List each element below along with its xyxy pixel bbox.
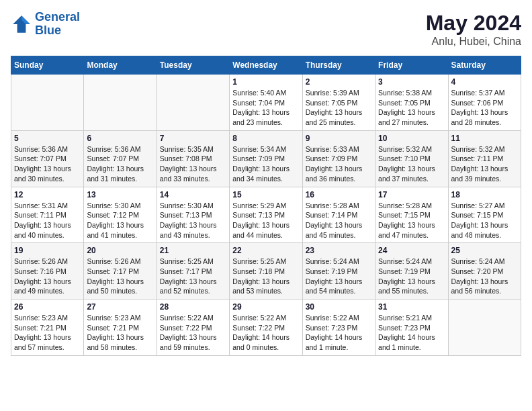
calendar-cell [448,300,521,356]
month-title: May 2024 [426,11,521,36]
calendar-cell: 29Sunrise: 5:22 AM Sunset: 7:22 PM Dayli… [230,300,302,356]
calendar-cell: 27Sunrise: 5:23 AM Sunset: 7:21 PM Dayli… [84,300,157,356]
calendar-cell: 16Sunrise: 5:28 AM Sunset: 7:14 PM Dayli… [302,187,375,243]
calendar-cell: 15Sunrise: 5:29 AM Sunset: 7:13 PM Dayli… [230,187,302,243]
day-info: Sunrise: 5:39 AM Sunset: 7:05 PM Dayligh… [306,88,372,128]
day-number: 18 [451,190,518,199]
day-number: 11 [451,134,518,143]
day-number: 15 [232,190,299,199]
day-info: Sunrise: 5:23 AM Sunset: 7:21 PM Dayligh… [87,313,153,353]
day-info: Sunrise: 5:23 AM Sunset: 7:21 PM Dayligh… [14,313,81,353]
calendar-cell: 23Sunrise: 5:24 AM Sunset: 7:19 PM Dayli… [302,243,375,300]
week-row-4: 19Sunrise: 5:26 AM Sunset: 7:16 PM Dayli… [11,243,521,300]
calendar-cell: 25Sunrise: 5:24 AM Sunset: 7:20 PM Dayli… [448,243,521,300]
calendar-cell: 17Sunrise: 5:28 AM Sunset: 7:15 PM Dayli… [375,187,448,243]
day-number: 5 [14,134,81,143]
day-info: Sunrise: 5:35 AM Sunset: 7:08 PM Dayligh… [160,144,226,184]
calendar-cell: 21Sunrise: 5:25 AM Sunset: 7:17 PM Dayli… [157,243,229,300]
day-info: Sunrise: 5:30 AM Sunset: 7:13 PM Dayligh… [160,201,226,240]
calendar-cell: 6Sunrise: 5:36 AM Sunset: 7:07 PM Daylig… [84,130,157,187]
weekday-header-row: SundayMondayTuesdayWednesdayThursdayFrid… [11,56,521,75]
calendar-cell: 18Sunrise: 5:27 AM Sunset: 7:15 PM Dayli… [448,187,521,243]
day-info: Sunrise: 5:38 AM Sunset: 7:05 PM Dayligh… [378,88,445,128]
calendar-cell: 10Sunrise: 5:32 AM Sunset: 7:10 PM Dayli… [375,130,448,187]
calendar-cell [84,75,157,131]
day-number: 29 [232,302,299,312]
logo: General Blue [11,11,80,38]
day-number: 10 [378,134,445,143]
page-header: General Blue May 2024 Anlu, Hubei, China [11,11,521,48]
calendar-cell: 30Sunrise: 5:22 AM Sunset: 7:23 PM Dayli… [302,300,375,356]
calendar-cell: 19Sunrise: 5:26 AM Sunset: 7:16 PM Dayli… [11,243,84,300]
day-number: 1 [232,77,299,87]
day-info: Sunrise: 5:22 AM Sunset: 7:23 PM Dayligh… [306,313,372,353]
day-info: Sunrise: 5:25 AM Sunset: 7:17 PM Dayligh… [160,257,226,296]
calendar: SundayMondayTuesdayWednesdayThursdayFrid… [11,56,521,356]
calendar-cell: 4Sunrise: 5:37 AM Sunset: 7:06 PM Daylig… [448,75,521,131]
day-info: Sunrise: 5:32 AM Sunset: 7:10 PM Dayligh… [378,144,445,184]
calendar-cell: 13Sunrise: 5:30 AM Sunset: 7:12 PM Dayli… [84,187,157,243]
weekday-header-saturday: Saturday [448,56,521,75]
calendar-cell: 2Sunrise: 5:39 AM Sunset: 7:05 PM Daylig… [302,75,375,131]
calendar-cell: 20Sunrise: 5:26 AM Sunset: 7:17 PM Dayli… [84,243,157,300]
day-info: Sunrise: 5:30 AM Sunset: 7:12 PM Dayligh… [87,201,153,240]
day-info: Sunrise: 5:40 AM Sunset: 7:04 PM Dayligh… [232,88,299,128]
calendar-cell: 31Sunrise: 5:21 AM Sunset: 7:23 PM Dayli… [375,300,448,356]
day-number: 26 [14,302,81,312]
weekday-header-monday: Monday [84,56,157,75]
day-number: 30 [306,302,372,312]
calendar-cell: 3Sunrise: 5:38 AM Sunset: 7:05 PM Daylig… [375,75,448,131]
week-row-3: 12Sunrise: 5:31 AM Sunset: 7:11 PM Dayli… [11,187,521,243]
calendar-cell: 7Sunrise: 5:35 AM Sunset: 7:08 PM Daylig… [157,130,229,187]
logo-blue: Blue [35,24,61,37]
day-number: 9 [306,134,372,143]
weekday-header-wednesday: Wednesday [230,56,302,75]
day-info: Sunrise: 5:36 AM Sunset: 7:07 PM Dayligh… [87,144,153,184]
day-info: Sunrise: 5:28 AM Sunset: 7:14 PM Dayligh… [306,201,372,240]
day-info: Sunrise: 5:25 AM Sunset: 7:18 PM Dayligh… [232,257,299,296]
weekday-header-friday: Friday [375,56,448,75]
day-number: 21 [160,246,226,255]
day-info: Sunrise: 5:22 AM Sunset: 7:22 PM Dayligh… [232,313,299,353]
day-number: 7 [160,134,226,143]
week-row-2: 5Sunrise: 5:36 AM Sunset: 7:07 PM Daylig… [11,130,521,187]
weekday-header-sunday: Sunday [11,56,84,75]
day-number: 28 [160,302,226,312]
calendar-cell: 28Sunrise: 5:22 AM Sunset: 7:22 PM Dayli… [157,300,229,356]
day-number: 24 [378,246,445,255]
day-number: 17 [378,190,445,199]
logo-icon [11,13,32,35]
calendar-cell: 11Sunrise: 5:32 AM Sunset: 7:11 PM Dayli… [448,130,521,187]
day-info: Sunrise: 5:21 AM Sunset: 7:23 PM Dayligh… [378,313,445,353]
day-number: 6 [87,134,153,143]
day-info: Sunrise: 5:28 AM Sunset: 7:15 PM Dayligh… [378,201,445,240]
day-info: Sunrise: 5:24 AM Sunset: 7:20 PM Dayligh… [451,257,518,296]
day-info: Sunrise: 5:33 AM Sunset: 7:09 PM Dayligh… [306,144,372,184]
day-info: Sunrise: 5:31 AM Sunset: 7:11 PM Dayligh… [14,201,81,240]
day-number: 16 [306,190,372,199]
week-row-1: 1Sunrise: 5:40 AM Sunset: 7:04 PM Daylig… [11,75,521,131]
day-info: Sunrise: 5:22 AM Sunset: 7:22 PM Dayligh… [160,313,226,353]
day-number: 3 [378,77,445,87]
calendar-cell: 8Sunrise: 5:34 AM Sunset: 7:09 PM Daylig… [230,130,302,187]
calendar-cell: 1Sunrise: 5:40 AM Sunset: 7:04 PM Daylig… [230,75,302,131]
day-number: 31 [378,302,445,312]
day-info: Sunrise: 5:36 AM Sunset: 7:07 PM Dayligh… [14,144,81,184]
day-info: Sunrise: 5:32 AM Sunset: 7:11 PM Dayligh… [451,144,518,184]
day-info: Sunrise: 5:26 AM Sunset: 7:17 PM Dayligh… [87,257,153,296]
day-number: 14 [160,190,226,199]
day-info: Sunrise: 5:24 AM Sunset: 7:19 PM Dayligh… [378,257,445,296]
logo-general: General [35,10,80,24]
calendar-cell [157,75,229,131]
day-number: 4 [451,77,518,87]
day-number: 23 [306,246,372,255]
day-number: 19 [14,246,81,255]
calendar-cell [11,75,84,131]
day-number: 27 [87,302,153,312]
calendar-cell: 14Sunrise: 5:30 AM Sunset: 7:13 PM Dayli… [157,187,229,243]
calendar-cell: 12Sunrise: 5:31 AM Sunset: 7:11 PM Dayli… [11,187,84,243]
logo-text: General Blue [35,11,80,38]
day-number: 12 [14,190,81,199]
week-row-5: 26Sunrise: 5:23 AM Sunset: 7:21 PM Dayli… [11,300,521,356]
location-title: Anlu, Hubei, China [426,36,521,48]
